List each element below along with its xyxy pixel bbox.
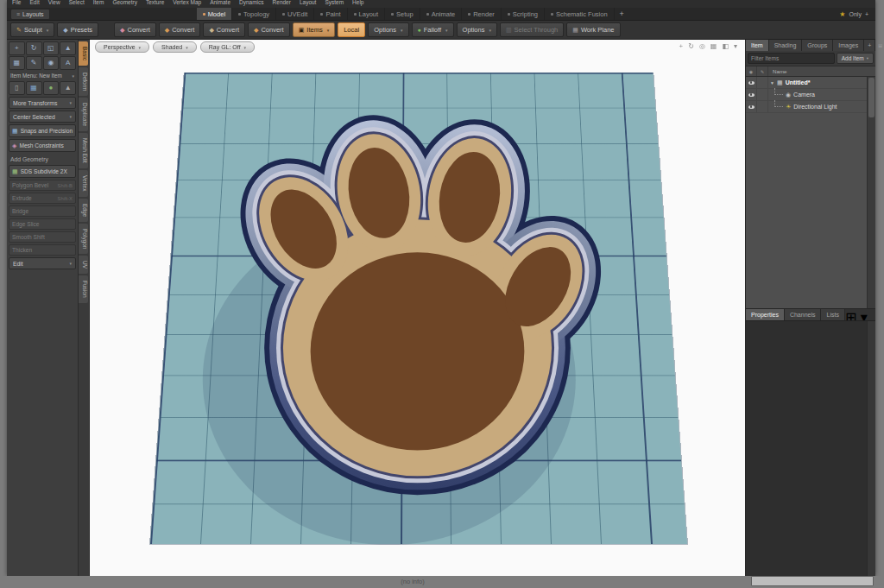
add-palette-icon[interactable]: + xyxy=(865,11,868,17)
menu-view[interactable]: View xyxy=(48,0,60,7)
tree-row-directional-light[interactable]: ☀ Directional Light xyxy=(746,101,875,113)
edit-column-icon[interactable]: ✎ xyxy=(757,66,768,76)
view-type-dropdown[interactable]: Perspective ▾ xyxy=(95,41,149,53)
menu-dynamics[interactable]: Dynamics xyxy=(239,0,264,7)
name-column-header[interactable]: Name xyxy=(768,68,787,74)
eye-icon[interactable] xyxy=(748,93,755,97)
menu-select[interactable]: Select xyxy=(69,0,85,7)
visibility-cell[interactable] xyxy=(746,101,757,112)
scrollbar-thumb[interactable] xyxy=(868,78,875,117)
vtab-vertex[interactable]: Vertex xyxy=(79,170,88,196)
add-panel-tab-button[interactable]: + xyxy=(864,40,875,51)
shading-mode-dropdown[interactable]: Shaded ▾ xyxy=(153,41,197,53)
visibility-cell[interactable] xyxy=(746,89,757,100)
zoom-icon[interactable]: ◎ xyxy=(699,42,705,50)
add-tab-button[interactable]: + xyxy=(615,9,629,18)
3d-viewport[interactable]: Perspective ▾ Shaded ▾ Ray GL: Off ▾ + ↻ xyxy=(90,40,745,576)
bridge-button[interactable]: Bridge xyxy=(9,205,76,217)
menu-help[interactable]: Help xyxy=(352,0,363,7)
edit-cell[interactable] xyxy=(757,101,768,112)
status-command-input[interactable] xyxy=(751,576,874,586)
visibility-column-icon[interactable]: ◉ xyxy=(746,66,757,76)
tab-images[interactable]: Images xyxy=(833,40,864,51)
trash-icon[interactable]: ▯ xyxy=(9,81,25,95)
menu-animate[interactable]: Animate xyxy=(210,0,230,7)
tab-setup[interactable]: Setup xyxy=(385,8,420,20)
menu-vertex-map[interactable]: Vertex Map xyxy=(173,0,201,7)
vtab-duplicate[interactable]: Duplicate xyxy=(79,98,88,131)
menu-layout[interactable]: Layout xyxy=(300,0,317,7)
tab-render[interactable]: Render xyxy=(462,8,502,20)
work-plane-button[interactable]: ▦ Work Plane xyxy=(566,22,620,37)
thicken-button[interactable]: Thicken xyxy=(9,244,76,256)
options-button-2[interactable]: Options ▾ xyxy=(457,22,497,37)
menu-texture[interactable]: Texture xyxy=(146,0,164,7)
tab-uvedit[interactable]: UVEdit xyxy=(276,8,314,20)
star-icon[interactable]: ★ xyxy=(839,10,845,18)
select-through-button[interactable]: ▥ Select Through xyxy=(500,22,564,37)
primitive-tool-icon[interactable]: ◉ xyxy=(43,56,60,70)
orbit-icon[interactable]: ↻ xyxy=(688,42,694,50)
convert-button-3[interactable]: ◆ Convert xyxy=(203,22,245,37)
item-tree-scrollbar[interactable] xyxy=(867,77,875,308)
item-label[interactable]: Camera xyxy=(793,92,815,98)
raygl-dropdown[interactable]: Ray GL: Off ▾ xyxy=(200,41,255,53)
tree-row-untitled[interactable]: ▼ ▦ Untitled* xyxy=(746,77,875,89)
transform-tool-icon[interactable]: ▲ xyxy=(60,41,76,55)
options-button-1[interactable]: Options ▾ xyxy=(368,22,408,37)
local-action-center-button[interactable]: Local xyxy=(338,22,365,37)
eye-icon[interactable] xyxy=(748,105,755,109)
convert-button-1[interactable]: ◆ Convert xyxy=(114,22,156,37)
rotate-tool-icon[interactable]: ↻ xyxy=(26,41,42,55)
tab-properties[interactable]: Properties xyxy=(746,309,785,320)
presets-button[interactable]: ◆ Presets xyxy=(57,22,98,37)
move-tool-icon[interactable]: + xyxy=(9,41,25,55)
vtab-deform[interactable]: Deform xyxy=(79,67,88,96)
cone-primitive-icon[interactable]: ▲ xyxy=(60,81,76,95)
add-item-button[interactable]: Add Item ▾ xyxy=(837,53,874,64)
items-mode-button[interactable]: ▣ Items ▾ xyxy=(293,22,335,37)
tab-paint[interactable]: Paint xyxy=(314,8,347,20)
visibility-cell[interactable] xyxy=(746,77,757,88)
extrude-button[interactable]: Extrude Shift-X xyxy=(9,193,76,204)
vtab-basic[interactable]: Basic xyxy=(79,41,88,66)
viewport-menu-icon[interactable]: ▾ xyxy=(734,42,737,50)
menu-item[interactable]: Item xyxy=(93,0,104,7)
falloff-button[interactable]: ● Falloff ▾ xyxy=(412,22,454,37)
menu-system[interactable]: System xyxy=(325,0,344,7)
sds-subdivide-button[interactable]: ▦ SDS Subdivide 2X xyxy=(9,165,76,178)
vtab-polygon[interactable]: Polygon xyxy=(79,224,88,255)
shade-toggle-icon[interactable]: ◧ xyxy=(722,42,729,50)
mesh-constraints-button[interactable]: ◈ Mesh Constraints xyxy=(9,139,76,152)
convert-button-2[interactable]: ◆ Convert xyxy=(159,22,201,37)
menu-file[interactable]: File xyxy=(12,0,21,7)
menu-render[interactable]: Render xyxy=(273,0,291,7)
sculpt-button[interactable]: ✎ Sculpt ▾ xyxy=(10,22,54,37)
eye-icon[interactable] xyxy=(748,81,755,85)
tab-schematic-fusion[interactable]: Schematic Fusion xyxy=(545,8,615,20)
tab-lists[interactable]: Lists xyxy=(821,309,844,320)
pen-tool-icon[interactable]: ✎ xyxy=(26,56,42,70)
edit-dropdown[interactable]: Edit ▾ xyxy=(9,257,76,269)
smooth-shift-button[interactable]: Smooth Shift xyxy=(9,231,76,243)
vtab-mesh-edit[interactable]: Mesh Edit xyxy=(79,133,88,168)
convert-button-4[interactable]: ◆ Convert xyxy=(248,22,290,37)
grid-toggle-icon[interactable]: ▦ xyxy=(710,42,717,50)
tab-shading[interactable]: Shading xyxy=(769,40,803,51)
tree-row-camera[interactable]: ◉ Camera xyxy=(746,89,875,101)
vtab-fusion[interactable]: Fusion xyxy=(79,275,88,303)
item-menu-dropdown[interactable]: Item Menu: New Item ▾ xyxy=(9,72,76,79)
tab-animate[interactable]: Animate xyxy=(420,8,463,20)
tab-scripting[interactable]: Scripting xyxy=(502,8,545,20)
tab-channels[interactable]: Channels xyxy=(785,309,822,320)
text-tool-icon[interactable]: A xyxy=(60,56,76,70)
tab-item[interactable]: Item xyxy=(746,40,769,51)
tab-model[interactable]: Model xyxy=(197,8,232,20)
item-label[interactable]: Untitled* xyxy=(786,79,811,85)
snaps-precision-button[interactable]: ▦ Snaps and Precision xyxy=(9,124,76,137)
layouts-button[interactable]: ≡ Layouts xyxy=(10,9,50,20)
only-toggle[interactable]: Only xyxy=(849,11,862,17)
properties-scrollbar[interactable] xyxy=(867,321,875,576)
panel-maximize-icon[interactable]: ⊞ xyxy=(878,42,882,48)
tab-groups[interactable]: Groups xyxy=(802,40,833,51)
